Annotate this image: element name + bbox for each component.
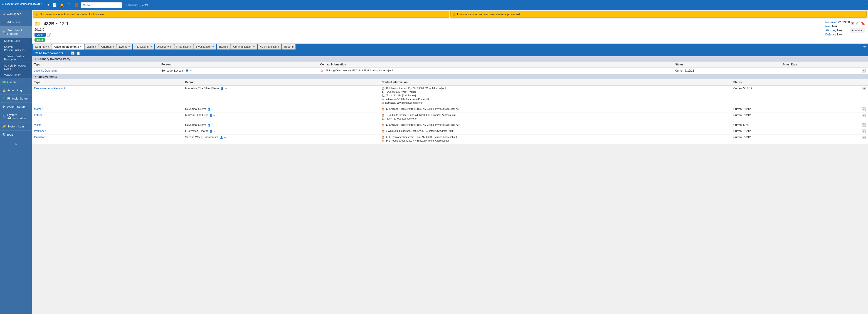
tab-victim[interactable]: Victim ▼ (85, 44, 99, 50)
type-link-1[interactable]: Mother (34, 108, 42, 111)
address-icon: 🏠 (381, 87, 385, 90)
person-profile-icon-0[interactable]: 👤 (221, 87, 224, 90)
tab-reports[interactable]: Reports (282, 44, 296, 50)
tab-communication-arrow[interactable]: ▼ (253, 46, 255, 48)
edit-tab-icon[interactable]: ✏ (863, 44, 867, 49)
person-profile-icon-2[interactable]: 👤 (209, 114, 213, 117)
admin-button[interactable]: Admin ▼ (850, 28, 865, 33)
tab-discovery[interactable]: Discovery ▼ (155, 44, 174, 50)
edit-row-btn-2[interactable]: ✏ (862, 114, 866, 117)
edit-row-btn-4[interactable]: ✏ (862, 130, 866, 133)
person-edit-icon-3[interactable]: ✏ (212, 123, 214, 126)
tab-summary[interactable]: Summary ▼ (33, 44, 52, 50)
edit-row-btn-1[interactable]: ✏ (862, 108, 866, 111)
tab-investigation[interactable]: Investigation ▼ (194, 44, 216, 50)
notes-icon[interactable]: 📝 (47, 33, 51, 36)
sidebar-item-system-administration[interactable]: 🔧 System Administration (0, 111, 32, 122)
person-edit-icon-0[interactable]: ✏ (225, 87, 227, 90)
tab-events-arrow[interactable]: ▼ (128, 46, 130, 48)
tab-tasks[interactable]: Tasks ▼ (217, 44, 231, 50)
person-profile-icon-5[interactable]: 👤 (220, 136, 223, 139)
financial-setup-icon: 💲 (2, 97, 6, 100)
star-icon[interactable]: ☆ (856, 21, 859, 26)
sidebar-item-system-setup[interactable]: ⚙ System Setup (0, 103, 32, 111)
tab-involvements-arrow[interactable]: ▼ (80, 46, 82, 48)
sidebar-item-searches-reports[interactable]: 🔍 Searches & Reports (0, 26, 32, 38)
person-edit-icon-4[interactable]: ✏ (214, 130, 216, 133)
sidebar-item-tools[interactable]: 🛠 Tools (0, 131, 32, 139)
person-edit-icon-2[interactable]: ✏ (213, 114, 215, 117)
tab-nc-financials[interactable]: NC Financials ▼ (258, 44, 282, 50)
received-label[interactable]: Received (825, 21, 838, 24)
exit-icon[interactable]: 🚪 (74, 3, 79, 7)
next-label[interactable]: Next (825, 25, 832, 28)
sidebar-sub-search-justice[interactable]: + Search Justice Personnel (0, 53, 32, 63)
person-edit-icon-1[interactable]: ✏ (212, 108, 214, 111)
edit-row-btn-0[interactable]: ✏ (862, 87, 866, 90)
tab-ncfinancials-arrow[interactable]: ▼ (277, 46, 279, 48)
person-edit-icon[interactable]: ✏ (189, 69, 192, 72)
address-icon: 🏠 (320, 69, 323, 72)
person-profile-icon-3[interactable]: 👤 (208, 123, 211, 126)
contact-cell-2: 🏠 9 Soulknife terrace, EightBall, NV 888… (379, 112, 731, 122)
sidebar-sub-search-case[interactable]: Search Case (0, 38, 32, 44)
email-icon[interactable]: ✉ (851, 21, 854, 26)
sidebar-item-workspace[interactable]: 🖥 Workspace (0, 10, 32, 18)
tab-tasks-arrow[interactable]: ▼ (226, 46, 229, 48)
tab-communication[interactable]: Communication ▼ (231, 44, 257, 50)
sidebar-item-system-admin[interactable]: 🔑 System Admin (0, 122, 32, 131)
tab-summary-arrow[interactable]: ▼ (48, 46, 50, 48)
type-link-0[interactable]: Executive Legal Assistant (34, 87, 65, 90)
primary-section-header[interactable]: ▼ Primary Involved Party (32, 56, 868, 62)
sidebar-sub-search-event[interactable]: Search Scheduled Event (0, 63, 32, 72)
type-link-5[interactable]: Guardian (34, 136, 45, 139)
contact-cell-1: 🏠 132 Arcane Trickster street, Test, NV … (379, 106, 731, 112)
tab-case-involvements[interactable]: Case Involvements ▼ (52, 44, 84, 50)
help-section-icon[interactable]: ❓ (65, 51, 69, 55)
edit-row-btn-5[interactable]: ✏ (862, 136, 866, 139)
table-row: GuardianSecond Witch, Olidammara 👤 ✏ 🏠 1… (32, 135, 868, 144)
tab-events[interactable]: Events ▼ (117, 44, 132, 50)
type-link-4[interactable]: Petitioner (34, 130, 45, 133)
sidebar-sub-search-person[interactable]: Search Person/Business (0, 44, 32, 53)
person-cell: Bernardo, Loviatar 👤 ✏ (159, 68, 318, 74)
refresh-icon[interactable]: 🔄 (71, 51, 75, 55)
tab-charges[interactable]: Charges ▼ (99, 44, 117, 50)
search-input[interactable] (81, 2, 122, 8)
document-icon[interactable]: 📄 (53, 3, 57, 7)
person-edit-icon-5[interactable]: ✏ (224, 136, 226, 139)
tab-financials[interactable]: Financials ▼ (174, 44, 194, 50)
print-icon[interactable]: 🖨 (46, 3, 50, 7)
attorney-label[interactable]: Attorney (825, 29, 836, 32)
bookmark-icon[interactable]: 🔖 (861, 21, 865, 26)
tab-bar: Summary ▼ Case Involvements ▼ Victim ▼ C… (32, 44, 868, 50)
add-involvement-icon[interactable]: 📋 (76, 51, 80, 55)
edit-primary-row-btn[interactable]: ✏ (862, 69, 866, 73)
case-details: Received 01/23/08 Next N/A Attorney N/A … (825, 21, 850, 37)
sidebar-sub-voca[interactable]: VOCA Report (0, 72, 32, 78)
tab-file-cabinet[interactable]: File Cabinet ▼ (133, 44, 154, 50)
sidebar-item-financial-setup[interactable]: 💲 Financial Setup (0, 94, 32, 103)
sidebar-item-accounting[interactable]: 💰 Accounting (0, 86, 32, 94)
tab-filecabinet-arrow[interactable]: ▼ (150, 46, 152, 48)
type-link-juvenile[interactable]: Juvenile Defendant (34, 69, 57, 72)
sidebar-item-cashier[interactable]: 💵 Cashier (0, 78, 32, 86)
sidebar-collapse-button[interactable]: « (0, 139, 32, 148)
edit-row-btn-3[interactable]: ✏ (862, 123, 866, 127)
bell-icon[interactable]: 🔔 (60, 3, 64, 7)
tab-investigation-arrow[interactable]: ▼ (212, 46, 214, 48)
help-icon[interactable]: ❓ (67, 3, 71, 7)
defense-label[interactable]: Defense (825, 33, 836, 36)
person-profile-icon[interactable]: 👤 (185, 69, 189, 72)
col-arrest-date: Arrest Date (780, 62, 868, 68)
tab-charges-arrow[interactable]: ▼ (112, 46, 115, 48)
person-profile-icon-1[interactable]: 👤 (208, 108, 211, 111)
person-profile-icon-4[interactable]: 👤 (210, 130, 213, 133)
type-link-2[interactable]: Father (34, 114, 42, 117)
tab-victim-arrow[interactable]: ▼ (94, 46, 97, 48)
tab-discovery-arrow[interactable]: ▼ (169, 46, 172, 48)
tab-financials-arrow[interactable]: ▼ (189, 46, 192, 48)
involvements-section-header[interactable]: ▼ Involvements (32, 74, 868, 79)
type-link-3[interactable]: Victim (34, 123, 41, 126)
sidebar-item-add-case[interactable]: ➕ Add Case (0, 18, 32, 26)
